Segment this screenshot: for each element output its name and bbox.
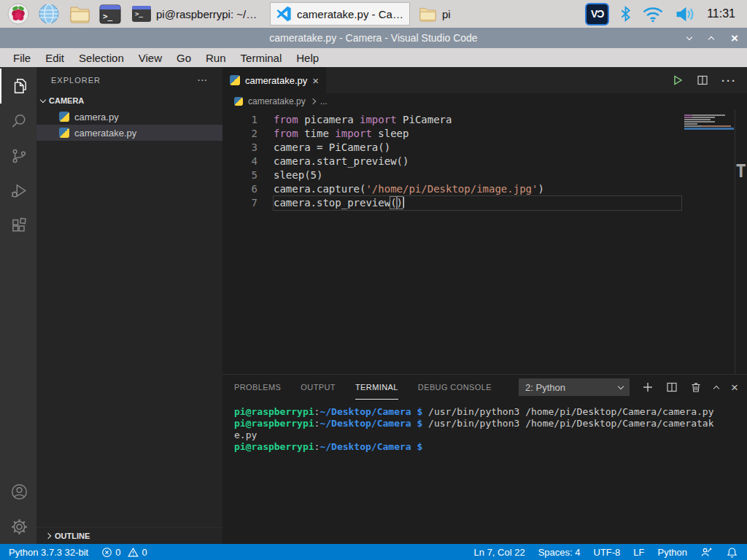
maximize-panel-icon[interactable]: [713, 386, 719, 392]
menu-edit[interactable]: Edit: [38, 52, 71, 64]
account-icon[interactable]: [0, 474, 36, 509]
code-line[interactable]: 7camera.stop_preview(): [222, 196, 747, 210]
tab-terminal[interactable]: TERMINAL: [355, 375, 398, 400]
sidebar-empty-space: [36, 141, 222, 527]
terminal-launcher-button[interactable]: >_: [96, 1, 124, 26]
editor-scrollbar[interactable]: T: [735, 109, 747, 374]
terminal-selector-dropdown[interactable]: 2: Python: [519, 378, 630, 396]
clock: 11:31: [707, 7, 735, 20]
warning-icon: [128, 547, 139, 558]
os-taskbar: >_ pi@raspberrypi: ~/De... cameratake.py…: [0, 0, 747, 28]
minimap-current-line: [684, 128, 734, 130]
run-file-icon[interactable]: [672, 74, 684, 86]
python-file-icon: [234, 97, 243, 106]
file-manager-button[interactable]: [66, 1, 93, 26]
vnc-tray-icon[interactable]: VƆ: [585, 3, 609, 26]
code-editor[interactable]: 1from picamera import PiCamera2from time…: [222, 109, 747, 374]
folder-section-camera[interactable]: CAMERA: [36, 93, 222, 109]
split-editor-icon[interactable]: [697, 74, 708, 86]
minimap[interactable]: [684, 114, 734, 131]
feedback-icon[interactable]: [700, 546, 713, 559]
line-number: 7: [222, 196, 258, 210]
tab-problems[interactable]: PROBLEMS: [234, 375, 281, 400]
maximize-window-icon[interactable]: [708, 36, 714, 42]
code-line[interactable]: 6camera.capture('/home/pi/Desktop/image.…: [222, 182, 747, 196]
desktop: >_ pi@raspberrypi: ~/De... cameratake.py…: [0, 0, 747, 560]
code-line[interactable]: 4camera.start_preview(): [222, 155, 747, 168]
terminal-line: pi@raspberrypi:~/Desktop/Camera $: [234, 441, 747, 453]
menu-help[interactable]: Help: [289, 52, 326, 64]
task-label: cameratake.py - Cam...: [297, 8, 404, 20]
cursor-position[interactable]: Ln 7, Col 22: [474, 547, 525, 558]
kill-terminal-trash-icon[interactable]: [690, 381, 702, 393]
code-text: camera.start_preview(): [274, 155, 681, 168]
menu-file[interactable]: File: [6, 52, 38, 64]
line-number: 1: [222, 113, 258, 127]
outline-label: OUTLINE: [55, 532, 90, 540]
wifi-icon[interactable]: [642, 6, 664, 23]
code-text: from time import sleep: [274, 127, 681, 141]
extensions-icon[interactable]: [0, 209, 36, 244]
code-line[interactable]: 2from time import sleep: [222, 127, 747, 141]
menu-run[interactable]: Run: [198, 52, 233, 64]
code-line[interactable]: 1from picamera import PiCamera: [222, 113, 747, 127]
eol-sequence[interactable]: LF: [633, 547, 644, 558]
window-titlebar[interactable]: cameratake.py - Camera - Visual Studio C…: [0, 28, 747, 48]
new-terminal-icon[interactable]: [642, 381, 654, 393]
tab-debug-console[interactable]: DEBUG CONSOLE: [418, 375, 492, 400]
vscode-icon: [276, 6, 292, 22]
web-browser-button[interactable]: [35, 1, 63, 26]
tab-output[interactable]: OUTPUT: [301, 375, 336, 400]
breadcrumb-file[interactable]: cameratake.py: [248, 96, 306, 106]
sidebar-more-actions-icon[interactable]: ···: [198, 76, 208, 85]
file-item-camera-py[interactable]: camera.py: [36, 109, 222, 125]
task-label: pi@raspberrypi: ~/De...: [156, 8, 262, 20]
workbench: EXPLORER ··· CAMERA camera.py cameratake…: [0, 67, 747, 544]
menu-terminal[interactable]: Terminal: [233, 52, 290, 64]
run-debug-icon[interactable]: [0, 174, 36, 209]
raspberry-menu-button[interactable]: [4, 1, 32, 26]
taskbar-task-terminal[interactable]: pi@raspberrypi: ~/De...: [127, 2, 267, 26]
close-tab-icon[interactable]: ×: [312, 75, 319, 86]
settings-gear-icon[interactable]: [0, 509, 36, 544]
tab-cameratake-py[interactable]: cameratake.py ×: [222, 67, 326, 93]
minimap-line: [684, 125, 731, 127]
notifications-bell-icon[interactable]: [726, 546, 738, 559]
panel-controls: 2: Python: [519, 375, 738, 400]
breadcrumb-symbol[interactable]: ...: [320, 96, 328, 106]
text-cursor: [403, 197, 404, 208]
close-window-icon[interactable]: ×: [731, 32, 738, 44]
bluetooth-icon[interactable]: [620, 5, 631, 23]
chevron-right-icon: [309, 98, 315, 104]
minimap-line: [684, 119, 711, 120]
language-mode[interactable]: Python: [658, 547, 687, 558]
python-file-icon: [230, 75, 240, 85]
encoding[interactable]: UTF-8: [594, 547, 621, 558]
shade-window-icon[interactable]: [686, 34, 692, 39]
menu-selection[interactable]: Selection: [71, 52, 131, 64]
taskbar-task-vscode[interactable]: cameratake.py - Cam...: [270, 2, 410, 26]
outline-section[interactable]: OUTLINE: [36, 527, 222, 544]
problems-summary[interactable]: 0 0: [101, 547, 147, 558]
source-control-icon[interactable]: [0, 139, 36, 174]
terminal-output[interactable]: pi@raspberrypi:~/Desktop/Camera $ /usr/b…: [222, 400, 747, 544]
explorer-icon[interactable]: [0, 69, 36, 104]
file-item-cameratake-py[interactable]: cameratake.py: [36, 125, 222, 141]
code-line[interactable]: 5sleep(5): [222, 168, 747, 182]
python-version[interactable]: Python 3.7.3 32-bit: [9, 547, 88, 558]
volume-icon[interactable]: [675, 6, 696, 23]
tab-label: cameratake.py: [245, 75, 307, 86]
menu-go[interactable]: Go: [169, 52, 198, 64]
breadcrumb[interactable]: cameratake.py ...: [222, 93, 747, 109]
menu-view[interactable]: View: [131, 52, 169, 64]
search-icon[interactable]: [0, 104, 36, 139]
code-line[interactable]: 3camera = PiCamera(): [222, 141, 747, 155]
taskbar-task-filemanager[interactable]: pi: [413, 2, 553, 26]
editor-tab-bar: cameratake.py × ···: [222, 67, 747, 93]
split-terminal-icon[interactable]: [666, 381, 678, 393]
indentation[interactable]: Spaces: 4: [538, 547, 581, 558]
more-actions-icon[interactable]: ···: [721, 74, 737, 87]
minimap-line: [684, 114, 725, 116]
close-panel-icon[interactable]: ×: [731, 381, 738, 394]
menu-bar: File Edit Selection View Go Run Terminal…: [0, 48, 747, 67]
